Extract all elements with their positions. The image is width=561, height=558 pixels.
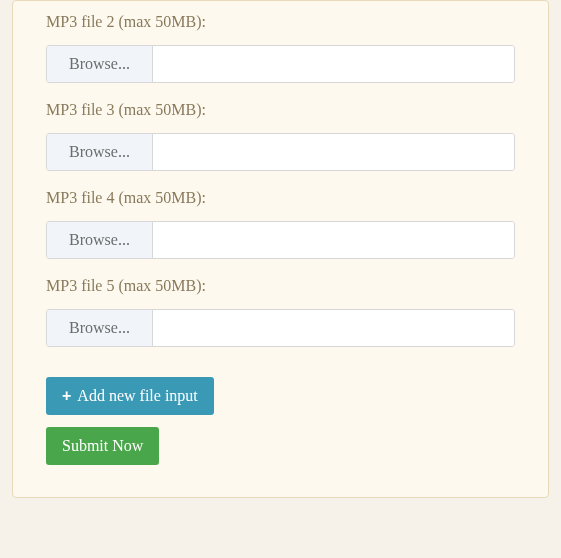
submit-button[interactable]: Submit Now	[46, 427, 159, 465]
upload-panel: MP3 file 2 (max 50MB): Browse... MP3 fil…	[12, 0, 549, 498]
file-input-row: Browse...	[46, 45, 515, 83]
submit-button-label: Submit Now	[62, 437, 143, 455]
file-name-display[interactable]	[153, 46, 514, 82]
file-label: MP3 file 5 (max 50MB):	[46, 277, 515, 295]
browse-button[interactable]: Browse...	[47, 222, 153, 258]
file-input-row: Browse...	[46, 133, 515, 171]
browse-button[interactable]: Browse...	[47, 134, 153, 170]
actions-row: + Add new file input Submit Now	[46, 377, 515, 465]
file-field: MP3 file 2 (max 50MB): Browse...	[46, 13, 515, 83]
file-label: MP3 file 3 (max 50MB):	[46, 101, 515, 119]
plus-icon: +	[62, 388, 71, 404]
file-name-display[interactable]	[153, 222, 514, 258]
file-field: MP3 file 4 (max 50MB): Browse...	[46, 189, 515, 259]
file-input-row: Browse...	[46, 221, 515, 259]
file-field: MP3 file 3 (max 50MB): Browse...	[46, 101, 515, 171]
file-label: MP3 file 2 (max 50MB):	[46, 13, 515, 31]
browse-button[interactable]: Browse...	[47, 46, 153, 82]
file-label: MP3 file 4 (max 50MB):	[46, 189, 515, 207]
file-name-display[interactable]	[153, 310, 514, 346]
file-name-display[interactable]	[153, 134, 514, 170]
browse-button[interactable]: Browse...	[47, 310, 153, 346]
add-button-label: Add new file input	[77, 387, 197, 405]
file-field: MP3 file 5 (max 50MB): Browse...	[46, 277, 515, 347]
add-file-input-button[interactable]: + Add new file input	[46, 377, 214, 415]
file-input-row: Browse...	[46, 309, 515, 347]
